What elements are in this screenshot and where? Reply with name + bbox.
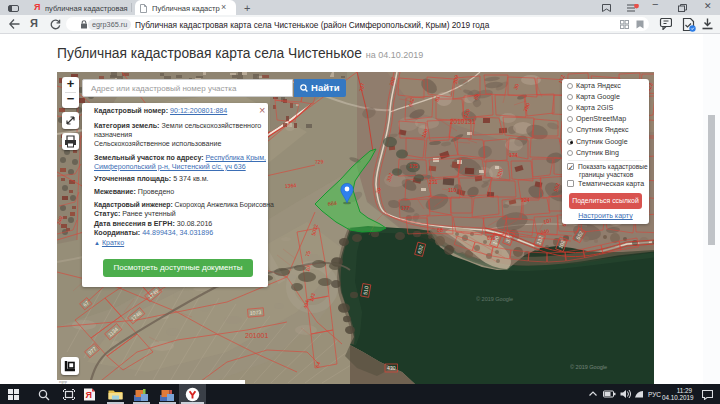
svg-text:174: 174	[509, 152, 518, 158]
svg-text:631: 631	[487, 235, 496, 241]
svg-text:1073: 1073	[250, 309, 262, 316]
svg-text:177: 177	[401, 205, 410, 211]
svg-text:1364: 1364	[285, 182, 297, 189]
svg-text:231: 231	[429, 179, 438, 185]
svg-text:324: 324	[521, 197, 530, 203]
svg-text:201001: 201001	[245, 332, 268, 339]
svg-text:110: 110	[448, 187, 456, 193]
svg-text:© 2019 Google: © 2019 Google	[476, 296, 513, 302]
svg-text:430: 430	[387, 365, 396, 371]
svg-text:2010131: 2010131	[450, 118, 476, 125]
svg-text:Я: Я	[86, 390, 92, 400]
svg-text:© 2019 Google: © 2019 Google	[570, 364, 607, 370]
svg-text:729: 729	[315, 158, 324, 165]
svg-text:68: 68	[437, 227, 443, 233]
svg-text:175: 175	[409, 163, 418, 169]
svg-text:684: 684	[327, 200, 337, 207]
